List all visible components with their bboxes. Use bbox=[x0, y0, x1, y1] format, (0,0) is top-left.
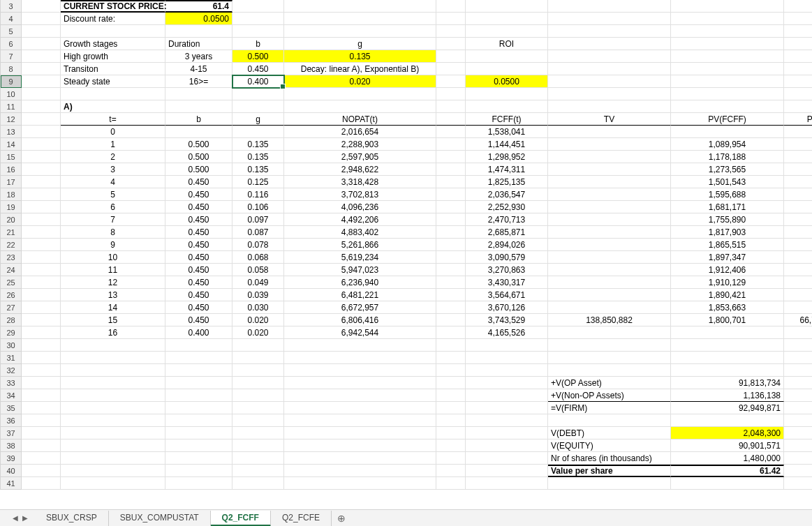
nopat-value[interactable]: 5,619,234 bbox=[284, 251, 436, 264]
pvfcff-value[interactable]: 1,800,701 bbox=[671, 314, 784, 326]
b-value[interactable]: 0.450 bbox=[165, 201, 232, 213]
empty-cell[interactable] bbox=[436, 389, 466, 402]
empty-cell[interactable] bbox=[548, 339, 671, 352]
fcff-value[interactable]: 3,430,317 bbox=[466, 276, 548, 289]
pvfcff-value[interactable]: 1,595,688 bbox=[671, 188, 784, 201]
g-value[interactable]: 0.087 bbox=[232, 226, 284, 239]
pvtv-value[interactable] bbox=[784, 226, 812, 239]
empty-cell[interactable] bbox=[466, 0, 548, 13]
empty-cell[interactable] bbox=[61, 377, 165, 389]
pvfcff-value[interactable]: 1,817,903 bbox=[671, 226, 784, 239]
b-value[interactable]: 0.400 bbox=[165, 326, 232, 339]
nopat-value[interactable]: 2,288,903 bbox=[284, 138, 436, 151]
empty-cell[interactable] bbox=[784, 0, 812, 13]
tv-value[interactable] bbox=[548, 138, 671, 151]
row-header[interactable]: 22 bbox=[1, 239, 22, 251]
empty-cell[interactable] bbox=[61, 452, 165, 465]
empty-cell[interactable] bbox=[548, 38, 671, 50]
empty-cell[interactable] bbox=[22, 0, 61, 13]
g-header[interactable]: g bbox=[284, 38, 436, 50]
steady-b[interactable]: 0.400 bbox=[232, 75, 284, 88]
pvfcff-value[interactable]: 1,865,515 bbox=[671, 239, 784, 251]
row-header[interactable]: 24 bbox=[1, 264, 22, 276]
nopat-value[interactable]: 6,236,940 bbox=[284, 276, 436, 289]
high-growth-duration[interactable]: 3 years bbox=[165, 50, 232, 63]
empty-cell[interactable] bbox=[165, 477, 232, 490]
sheet-tab-q2_fcfe[interactable]: Q2_FCFE bbox=[271, 511, 332, 526]
nopat-value[interactable]: 6,942,544 bbox=[284, 326, 436, 339]
empty-cell[interactable] bbox=[284, 13, 436, 25]
empty-cell[interactable] bbox=[22, 138, 61, 151]
pvfcff-value[interactable] bbox=[671, 326, 784, 339]
empty-cell[interactable] bbox=[784, 100, 812, 113]
nopat-value[interactable]: 3,318,428 bbox=[284, 176, 436, 188]
equity-label[interactable]: V(EQUITY) bbox=[548, 439, 671, 452]
pvtv-value[interactable] bbox=[784, 163, 812, 176]
pvfcff-value[interactable]: 1,501,543 bbox=[671, 176, 784, 188]
tv-value[interactable] bbox=[548, 213, 671, 226]
row-header[interactable]: 15 bbox=[1, 151, 22, 163]
empty-cell[interactable] bbox=[22, 452, 61, 465]
g-value[interactable]: 0.068 bbox=[232, 251, 284, 264]
empty-cell[interactable] bbox=[784, 364, 812, 377]
pvfcff-value[interactable]: 1,897,347 bbox=[671, 251, 784, 264]
empty-cell[interactable] bbox=[784, 465, 812, 477]
tv-value[interactable] bbox=[548, 151, 671, 163]
transition-b[interactable]: 0.450 bbox=[232, 63, 284, 75]
empty-cell[interactable] bbox=[22, 477, 61, 490]
empty-cell[interactable] bbox=[548, 100, 671, 113]
tv-value[interactable] bbox=[548, 276, 671, 289]
g-value[interactable]: 0.116 bbox=[232, 188, 284, 201]
row-header[interactable]: 27 bbox=[1, 301, 22, 314]
empty-cell[interactable] bbox=[284, 427, 436, 439]
g-value[interactable]: 0.058 bbox=[232, 264, 284, 276]
steady-label[interactable]: Steady state bbox=[61, 75, 165, 88]
empty-cell[interactable] bbox=[436, 364, 466, 377]
pvtv-value[interactable]: 66,789,648 bbox=[784, 314, 812, 326]
empty-cell[interactable] bbox=[784, 63, 812, 75]
tv-value[interactable] bbox=[548, 163, 671, 176]
tv-value[interactable] bbox=[548, 201, 671, 213]
g-value[interactable]: 0.097 bbox=[232, 213, 284, 226]
empty-cell[interactable] bbox=[548, 0, 671, 13]
empty-cell[interactable] bbox=[22, 289, 61, 301]
empty-cell[interactable] bbox=[436, 213, 466, 226]
empty-cell[interactable] bbox=[22, 439, 61, 452]
col-pvtv[interactable]: PV(TV) bbox=[784, 113, 812, 126]
empty-cell[interactable] bbox=[466, 352, 548, 364]
empty-cell[interactable] bbox=[671, 364, 784, 377]
empty-cell[interactable] bbox=[22, 50, 61, 63]
g-value[interactable]: 0.135 bbox=[232, 163, 284, 176]
empty-cell[interactable] bbox=[436, 427, 466, 439]
empty-cell[interactable] bbox=[165, 414, 232, 427]
empty-cell[interactable] bbox=[22, 38, 61, 50]
row-header[interactable]: 26 bbox=[1, 289, 22, 301]
nopat-value[interactable]: 6,672,957 bbox=[284, 301, 436, 314]
row-header[interactable]: 32 bbox=[1, 364, 22, 377]
empty-cell[interactable] bbox=[784, 402, 812, 414]
b-value[interactable]: 0.500 bbox=[165, 163, 232, 176]
transition-label[interactable]: Transiton bbox=[61, 63, 165, 75]
empty-cell[interactable] bbox=[22, 226, 61, 239]
empty-cell[interactable] bbox=[232, 100, 284, 113]
empty-cell[interactable] bbox=[671, 414, 784, 427]
empty-cell[interactable] bbox=[436, 138, 466, 151]
empty-cell[interactable] bbox=[61, 414, 165, 427]
col-b[interactable]: b bbox=[165, 113, 232, 126]
tab-next-icon[interactable]: ▶ bbox=[22, 514, 28, 522]
t-value[interactable]: 6 bbox=[61, 201, 165, 213]
empty-cell[interactable] bbox=[671, 63, 784, 75]
g-value[interactable]: 0.135 bbox=[232, 151, 284, 163]
tv-value[interactable] bbox=[548, 188, 671, 201]
empty-cell[interactable] bbox=[284, 465, 436, 477]
g-value[interactable]: 0.020 bbox=[232, 326, 284, 339]
empty-cell[interactable] bbox=[436, 452, 466, 465]
fcff-value[interactable]: 3,090,579 bbox=[466, 251, 548, 264]
empty-cell[interactable] bbox=[22, 339, 61, 352]
empty-cell[interactable] bbox=[784, 88, 812, 100]
row-header[interactable]: 9 bbox=[1, 75, 22, 88]
pvfcff-value[interactable]: 1,178,188 bbox=[671, 151, 784, 163]
fcff-value[interactable]: 2,685,871 bbox=[466, 226, 548, 239]
empty-cell[interactable] bbox=[61, 465, 165, 477]
empty-cell[interactable] bbox=[436, 239, 466, 251]
